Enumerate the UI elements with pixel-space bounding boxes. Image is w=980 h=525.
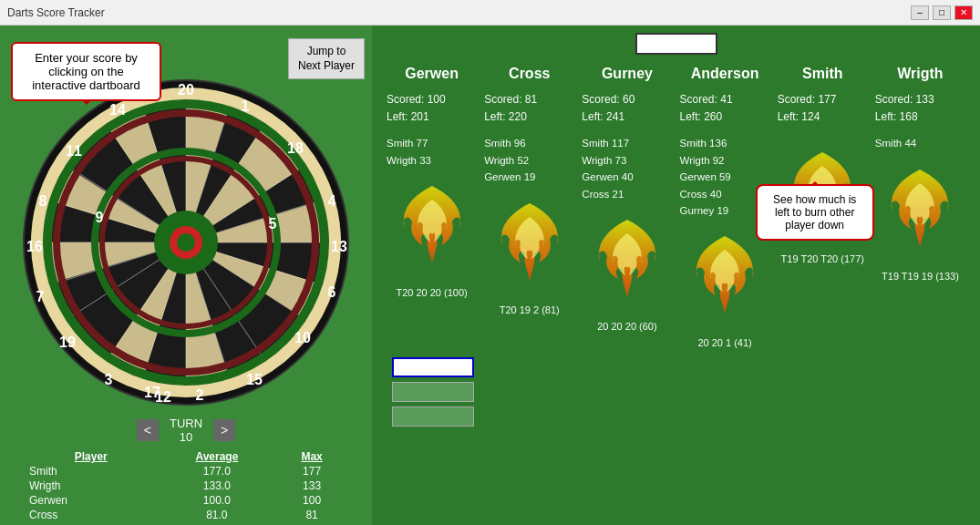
svg-text:15: 15	[246, 372, 263, 387]
burn-item: Smith 117	[582, 135, 672, 151]
burn-item: Gerwen 59	[680, 169, 770, 185]
svg-text:19: 19	[59, 335, 76, 350]
stats-cell: 133.0	[157, 479, 278, 493]
stats-cell: 100	[277, 493, 346, 508]
instruction-tooltip: Enter your score by clicking on the inte…	[11, 42, 161, 101]
scored-line-gurney: Scored: 60	[582, 91, 672, 108]
svg-text:2: 2	[196, 387, 204, 403]
left-line-cross: Left: 220	[484, 108, 574, 126]
flame-cross	[484, 190, 574, 299]
stats-cell: 133	[277, 479, 346, 493]
player-name-wrigth: Wrigth	[897, 66, 943, 82]
player-col-gurney: GurneyScored: 60Left: 241Smith 117Wrigth…	[578, 66, 676, 348]
burns-gerwen: Smith 77Wrigth 33	[387, 135, 477, 169]
svg-text:1: 1	[242, 98, 250, 114]
svg-text:16: 16	[26, 239, 43, 254]
next-turn-button[interactable]: >	[213, 419, 235, 441]
throw-line-gerwen: T20 20 20 (100)	[396, 287, 467, 298]
stats-cell: 81.0	[157, 508, 278, 522]
player-col-cross: CrossScored: 81Left: 220Smith 96Wrigth 5…	[480, 66, 578, 348]
minimize-button[interactable]: –	[911, 5, 929, 20]
score-input-area	[383, 33, 969, 55]
col-average: Average	[157, 449, 278, 464]
player-name-cross: Cross	[509, 66, 550, 82]
player-col-gerwen: GerwenScored: 100Left: 201Smith 77Wrigth…	[383, 66, 480, 348]
scored-line-anderson: Scored: 41	[680, 91, 770, 108]
stats-cell: Smith	[26, 464, 157, 479]
player-name-anderson: Anderson	[691, 66, 759, 82]
left-line-smith: Left: 124	[778, 108, 868, 126]
close-button[interactable]: ✕	[954, 5, 973, 20]
col-player: Player	[26, 449, 157, 464]
flame-gurney	[582, 206, 672, 315]
player-columns: GerwenScored: 100Left: 201Smith 77Wrigth…	[383, 66, 969, 348]
app-title: Darts Score Tracker	[7, 6, 105, 19]
burn-item: Smith 136	[680, 135, 770, 151]
svg-text:12: 12	[155, 389, 171, 405]
svg-text:10: 10	[294, 330, 311, 345]
stats-cell: Gerwen	[26, 493, 157, 508]
player-name-smith: Smith	[802, 66, 842, 82]
stats-cell: 177.0	[157, 464, 278, 479]
left-line-wrigth: Left: 168	[875, 108, 965, 126]
burn-item: Wrigth 52	[484, 152, 574, 169]
svg-text:9: 9	[96, 210, 104, 225]
window-controls: – □ ✕	[911, 5, 973, 20]
burn-item: Wrigth 92	[680, 152, 770, 169]
input-bar-3	[392, 407, 474, 427]
burn-item: Smith 44	[875, 135, 965, 151]
svg-text:14: 14	[109, 102, 126, 118]
svg-text:6: 6	[328, 284, 336, 300]
player-name-gurney: Gurney	[602, 66, 653, 82]
stats-cell: 81	[277, 508, 346, 522]
throw-line-wrigth: T19 T19 19 (133)	[882, 271, 959, 282]
svg-text:11: 11	[66, 143, 82, 159]
burn-item: Cross 21	[582, 186, 672, 202]
svg-text:5: 5	[269, 216, 277, 232]
scored-line-cross: Scored: 81	[484, 91, 574, 108]
burns-gurney: Smith 117Wrigth 73Gerwen 40Cross 21	[582, 135, 672, 202]
main-area: Enter your score by clicking on the inte…	[0, 26, 980, 525]
svg-text:7: 7	[36, 289, 45, 304]
turn-text: TURN	[170, 417, 202, 430]
player-name-gerwen: Gerwen	[405, 66, 459, 82]
svg-text:3: 3	[105, 372, 113, 387]
player-col-smith: See how much is left to burn other playe…	[774, 66, 872, 348]
left-line-anderson: Left: 260	[680, 108, 770, 126]
svg-text:4: 4	[328, 193, 336, 209]
input-bars	[392, 357, 474, 427]
flame-wrigth	[875, 156, 965, 265]
flame-gerwen	[387, 172, 477, 282]
svg-text:13: 13	[331, 239, 347, 254]
titlebar: Darts Score Tracker – □ ✕	[0, 0, 980, 26]
input-bar-1[interactable]	[392, 357, 474, 377]
burn-item: Smith 77	[387, 135, 477, 151]
player-col-wrigth: WrigthScored: 133Left: 168Smith 44 T19 T…	[872, 66, 969, 348]
burn-item: Gerwen 40	[582, 169, 672, 185]
turn-number: 10	[170, 430, 202, 444]
burn-item: Wrigth 33	[387, 152, 477, 169]
svg-text:20: 20	[178, 82, 194, 98]
stats-cell: Wrigth	[26, 479, 157, 493]
scored-line-wrigth: Scored: 133	[875, 91, 965, 108]
dartboard-svg[interactable]: 20 1 18 4 13 6 10 15 2 17 3 19 7 16 8 11…	[22, 78, 350, 407]
svg-point-32	[177, 233, 195, 252]
instruction-text: Enter your score by clicking on the inte…	[32, 51, 140, 92]
score-input[interactable]	[635, 33, 717, 55]
left-line-gurney: Left: 241	[582, 108, 672, 126]
throw-line-gurney: 20 20 20 (60)	[597, 321, 656, 332]
smith-callout-bubble: See how much is left to burn other playe…	[756, 184, 874, 241]
svg-text:8: 8	[39, 193, 47, 209]
scored-line-gerwen: Scored: 100	[387, 91, 477, 108]
turn-display: TURN 10	[170, 417, 202, 444]
throw-line-anderson: 20 20 1 (41)	[697, 337, 751, 348]
dartboard-container[interactable]: 20 1 18 4 13 6 10 15 2 17 3 19 7 16 8 11…	[22, 78, 350, 409]
jump-next-player-button[interactable]: Jump to Next Player	[288, 38, 365, 79]
burn-item: Gerwen 19	[484, 169, 574, 185]
statistics-table: Player Average Max Smith177.0177Wrigth13…	[7, 449, 365, 525]
stats-cell: 177	[277, 464, 346, 479]
throw-line-cross: T20 19 2 (81)	[500, 304, 560, 315]
prev-turn-button[interactable]: <	[137, 419, 159, 441]
maximize-button[interactable]: □	[933, 5, 951, 20]
burns-cross: Smith 96Wrigth 52Gerwen 19	[484, 135, 574, 185]
